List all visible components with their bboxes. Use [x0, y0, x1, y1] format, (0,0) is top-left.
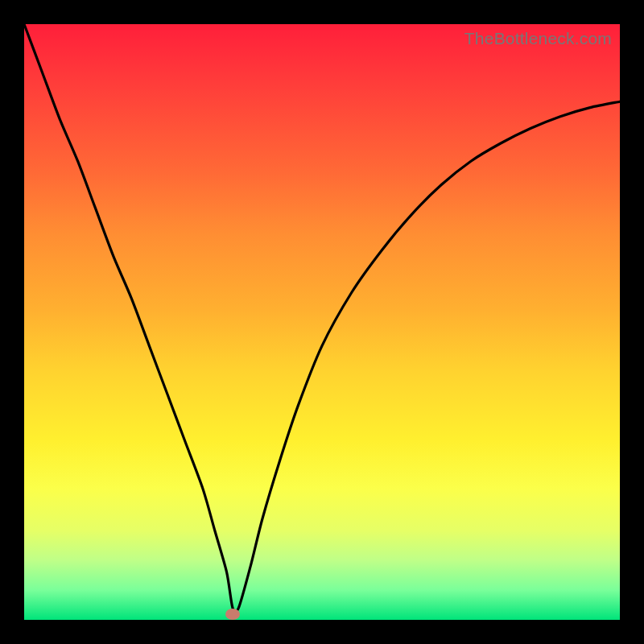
chart-container: TheBottleneck.com — [0, 0, 644, 644]
bottleneck-curve — [24, 24, 620, 620]
plot-area: TheBottleneck.com — [24, 24, 620, 620]
optimal-point-marker — [225, 609, 240, 620]
